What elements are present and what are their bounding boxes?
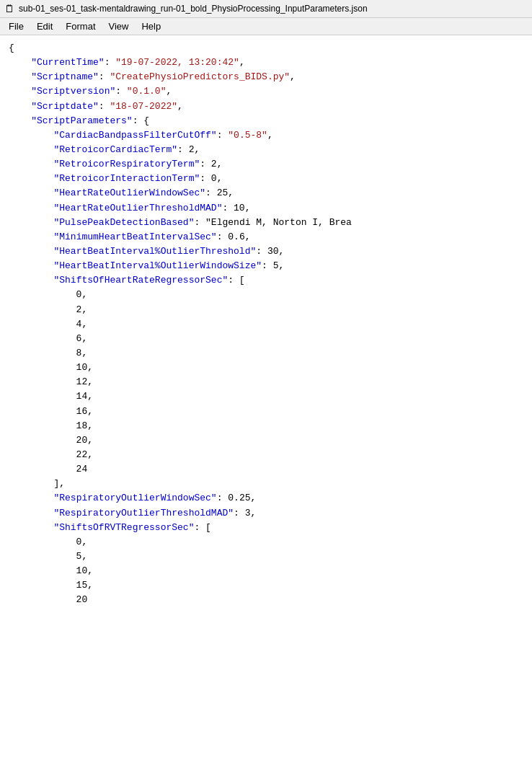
json-line: "HeartRateOutlierWindowSec": 25, <box>9 186 523 200</box>
menu-file[interactable]: File <box>3 19 30 33</box>
json-line: 0, <box>9 535 523 550</box>
json-line: "RespiratoryOutlierWindowSec": 0.25, <box>9 491 523 506</box>
json-line: 10, <box>9 361 523 375</box>
json-line: "CardiacBandpassFilterCutOff": "0.5-8", <box>9 128 523 143</box>
json-line: 22, <box>9 448 523 462</box>
json-line: 6, <box>9 332 523 346</box>
json-line: 20, <box>9 433 523 448</box>
json-line: "HeartBeatInterval%OutlierWindowSize": 5… <box>9 259 523 273</box>
menu-edit[interactable]: Edit <box>31 19 58 33</box>
json-line: "ShiftsOfRVTRegressorSec": [ <box>9 521 523 535</box>
title-bar: 🗒 sub-01_ses-01_task-mentaldrawing_run-0… <box>0 0 532 18</box>
json-line: "RetroicorCardiacTerm": 2, <box>9 143 523 157</box>
json-line: "CurrentTime": "19-07-2022, 13:20:42", <box>9 56 523 70</box>
json-line: "ShiftsOfHeartRateRegressorSec": [ <box>9 273 523 288</box>
json-line: 15, <box>9 578 523 593</box>
json-line: "RespiratoryOutlierThresholdMAD": 3, <box>9 506 523 521</box>
menu-bar: File Edit Format View Help <box>0 18 532 35</box>
json-content: { "CurrentTime": "19-07-2022, 13:20:42",… <box>0 35 532 613</box>
json-line: 18, <box>9 419 523 433</box>
json-line: "HeartBeatInterval%OutlierThreshold": 30… <box>9 244 523 259</box>
menu-help[interactable]: Help <box>136 19 167 33</box>
json-line: 24 <box>9 462 523 477</box>
json-line: 12, <box>9 375 523 389</box>
json-line: "Scriptversion": "0.1.0", <box>9 84 523 99</box>
menu-format[interactable]: Format <box>60 19 101 33</box>
json-line: "ScriptParameters": { <box>9 114 523 128</box>
json-line: "RetroicorRespiratoryTerm": 2, <box>9 157 523 172</box>
menu-view[interactable]: View <box>103 19 135 33</box>
json-line: { <box>9 41 523 56</box>
json-line: "Scriptdate": "18-07-2022", <box>9 100 523 114</box>
window-title: sub-01_ses-01_task-mentaldrawing_run-01_… <box>19 4 368 14</box>
json-line: "Scriptname": "CreatePhysioPredictors_BI… <box>9 70 523 84</box>
json-line: 20 <box>9 593 523 607</box>
json-line: ], <box>9 477 523 491</box>
json-line: 8, <box>9 346 523 361</box>
json-line: "PulsePeakDetectionBased": "Elgendi M, N… <box>9 216 523 230</box>
json-line: 5, <box>9 550 523 564</box>
json-line: 14, <box>9 389 523 404</box>
json-line: 10, <box>9 564 523 578</box>
json-line: 16, <box>9 405 523 419</box>
json-line: "MinimumHeartBeatIntervalSec": 0.6, <box>9 230 523 244</box>
json-line: 4, <box>9 317 523 332</box>
json-line: 0, <box>9 288 523 302</box>
json-line: 2, <box>9 303 523 317</box>
file-icon: 🗒 <box>4 3 14 14</box>
json-line: "RetroicorInteractionTerm": 0, <box>9 172 523 186</box>
json-line: "HeartRateOutlierThresholdMAD": 10, <box>9 201 523 216</box>
